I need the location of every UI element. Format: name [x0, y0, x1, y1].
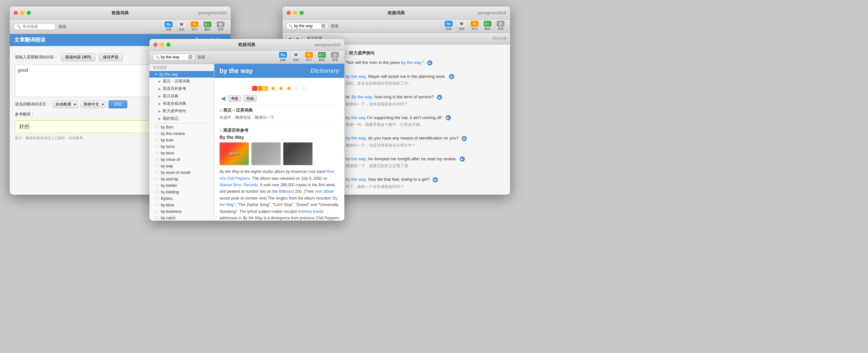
example-4-cn: 顺便一句，我要带着这个帽子，打死也不摘。	[346, 122, 505, 128]
manage-icon-btn-3[interactable]: ⊞ 管理	[494, 21, 507, 31]
tree-child-2[interactable]: ▶ 英语百科参考	[149, 85, 214, 93]
traffic-lights-2	[153, 42, 170, 47]
toolbar-icons-3: Ra 词典 W 百科 ✎ 学习 A↔ 翻译 ⊞ 管理	[442, 21, 507, 31]
star-2[interactable]: ★	[278, 84, 284, 92]
wiki-link-next-album[interactable]: next album	[315, 189, 334, 194]
titlebar-dict-small: 欧路词典 yexingchen2010	[149, 39, 344, 50]
list-item-by-bidder[interactable]: 📄 by-bidder	[149, 182, 214, 189]
example-5: by the way, do you have any means of ide…	[346, 135, 505, 152]
list-item-by-bidding[interactable]: 📄 by-bidding	[149, 189, 214, 195]
start-translate-button[interactable]: 开始	[108, 100, 127, 108]
manage-icon-btn-2[interactable]: ⊞ 管理	[329, 52, 341, 62]
search-label-3: 搜索	[331, 23, 339, 29]
wiki-link-billboard[interactable]: Billboard	[279, 189, 294, 194]
wiki-section: □ 英语百科参考 By the Way RHCP By the Way is t…	[220, 125, 339, 221]
window2-title: 欧路词典	[239, 42, 255, 48]
minimize-button-3[interactable]	[293, 11, 297, 15]
fullscreen-button-2[interactable]	[166, 42, 170, 47]
tree-child-4[interactable]: ▶ 有道在线词典	[149, 100, 214, 107]
search-box-3: 🔍 ✕	[286, 23, 328, 29]
clear-search-button[interactable]: ✕	[188, 55, 193, 59]
audio-3[interactable]: ▶	[437, 95, 442, 100]
audio-5[interactable]: ▶	[462, 136, 467, 141]
play-button[interactable]: ◀	[221, 95, 225, 102]
manage-icon-btn[interactable]: ⊞ 管理	[214, 22, 227, 32]
wiki-link-kiedis[interactable]: Anthony Kiedis	[298, 209, 323, 214]
example-7-en: by the way, how did that feel, losing to…	[346, 176, 505, 183]
exam-button[interactable]: 考题	[228, 95, 241, 102]
star-5[interactable]: ☆	[302, 84, 307, 92]
translate-icon-2: A↔	[318, 52, 326, 58]
minimize-button-2[interactable]	[160, 42, 164, 47]
tree-arrow-2: ▶	[158, 87, 161, 91]
wiki-icon-btn[interactable]: W 百科	[176, 22, 188, 32]
wiki-icon-btn-2[interactable]: W 百科	[290, 52, 302, 62]
audio-4[interactable]: ▶	[446, 115, 451, 120]
list-item-by-way[interactable]: 📄 by way	[149, 163, 214, 169]
close-button-3[interactable]	[286, 11, 291, 15]
save-button[interactable]: 保存声音	[99, 53, 123, 61]
close-button[interactable]	[13, 11, 18, 15]
file-icon: 📄	[155, 210, 158, 213]
dict-icon-btn[interactable]: Ra 词典	[162, 22, 175, 32]
search-input[interactable]	[23, 24, 52, 29]
star-1[interactable]: ★	[270, 84, 276, 92]
tree-arrow-5: ▶	[158, 110, 161, 113]
list-item-by-turns[interactable]: 📄 by turns	[149, 143, 214, 150]
example-5-cn: 顺便问一下，你是否带有身份证明文件？	[346, 142, 505, 148]
list-item-byblos[interactable]: 📄 Byblos	[149, 195, 214, 202]
star-4[interactable]: ☆	[294, 84, 300, 92]
audio-1[interactable]: ▶	[427, 60, 432, 66]
audio-2[interactable]: ▶	[449, 74, 454, 79]
study-icon-btn-2[interactable]: ✎ 学习	[303, 52, 315, 62]
read-button[interactable]: 朗读内容 (⌘R)	[61, 53, 95, 61]
fullscreen-button-3[interactable]	[300, 11, 304, 15]
tree-root-item[interactable]: ▼ by the way	[149, 71, 214, 77]
list-item-by-blow[interactable]: 📄 by-blow	[149, 202, 214, 208]
search-input-2[interactable]	[161, 55, 187, 59]
toolbar-icons-2: Ra 词典 W 百科 ✎ 学习 A↔ 翻译 ⊞ 管理	[277, 52, 341, 62]
audio-6[interactable]: ▶	[460, 156, 465, 162]
study-icon-btn-3[interactable]: ✎ 学习	[468, 21, 481, 31]
translate-icon-btn-3[interactable]: A↔ 翻译	[482, 21, 494, 31]
file-icon: 📄	[155, 145, 158, 149]
file-icon: 📄	[155, 158, 158, 162]
dict-icon-btn-2[interactable]: Ra 词典	[277, 52, 289, 62]
translate-icon-btn-2[interactable]: A↔ 翻译	[316, 52, 328, 62]
torch-button[interactable]: 托福	[244, 95, 257, 102]
star-3[interactable]: ★	[286, 84, 292, 92]
tree-child-6[interactable]: ▶ 我的笔记	[149, 115, 214, 122]
wiki-image-2	[251, 142, 281, 165]
wiki-link-warner[interactable]: Warner Bros. Records	[220, 183, 258, 187]
search-input-3[interactable]	[294, 24, 320, 28]
window2-subtitle: yexingchen2010	[314, 43, 340, 47]
tree-child-5[interactable]: ▶ 听力原声例句	[149, 107, 214, 115]
tree-child-1[interactable]: ▶ 英汉－汉英词典	[149, 77, 214, 85]
study-icon-btn[interactable]: ✎ 学习	[188, 22, 201, 32]
list-item-by-business[interactable]: 📄 by-business	[149, 208, 214, 215]
wiki-link-btw[interactable]: By the Way	[220, 196, 338, 207]
dict-icon-btn-3[interactable]: Ra 词典	[442, 21, 455, 31]
target-lang-dropdown[interactable]: 简体中文 ▼	[81, 101, 106, 108]
example-4: by the way I'm supporting the hat, it ai…	[346, 114, 505, 131]
wiki-icon-btn-3[interactable]: W 百科	[456, 21, 468, 31]
window3-subtitle: yexingchen2010	[478, 11, 506, 15]
list-item-by-and-by[interactable]: 📄 by-and-by	[149, 176, 214, 182]
tree-child-3[interactable]: ▶ 英汉词典	[149, 93, 214, 100]
source-lang-dropdown[interactable]: 自动检测 ▼	[53, 101, 78, 108]
example-1-en: "Nor will the men in the pews by the way…	[346, 59, 505, 66]
manage-label: 管理	[218, 28, 223, 32]
fullscreen-button[interactable]	[27, 11, 31, 15]
list-item-by-this-means[interactable]: 📄 by this means	[149, 131, 214, 137]
audio-7[interactable]: ▶	[433, 177, 438, 182]
list-item-by-then[interactable]: 📄 by then	[149, 124, 214, 131]
translate-icon-btn[interactable]: A↔ 翻译	[202, 22, 214, 32]
list-item-by-twos[interactable]: 📄 by twos	[149, 150, 214, 156]
close-button-2[interactable]	[153, 42, 158, 47]
minimize-button[interactable]	[20, 11, 24, 15]
list-item-by-word-of-mouth[interactable]: 📄 by word of mouth	[149, 169, 214, 176]
clear-search-button-3[interactable]: ✕	[321, 24, 326, 28]
list-item-by-virtue-of[interactable]: 📄 by virtue of	[149, 156, 214, 163]
resize-handle[interactable]: • • •	[179, 217, 214, 220]
list-item-by-train[interactable]: 📄 by train	[149, 137, 214, 143]
